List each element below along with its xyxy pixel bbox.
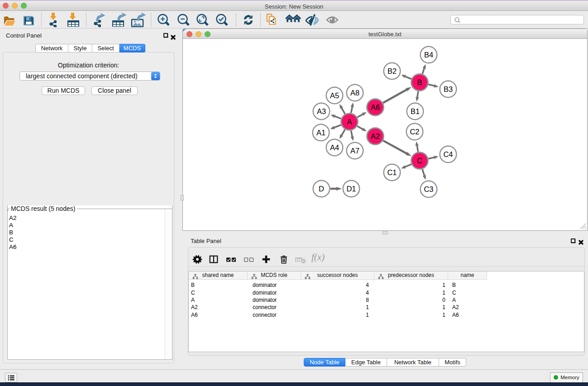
svg-text:C1: C1 — [387, 168, 397, 176]
svg-text:A4: A4 — [330, 143, 339, 152]
svg-text:C4: C4 — [443, 150, 453, 158]
svg-text:A: A — [347, 118, 352, 126]
svg-text:B3: B3 — [444, 85, 453, 93]
svg-text:A7: A7 — [350, 147, 359, 155]
svg-text:A1: A1 — [316, 129, 325, 137]
svg-text:A2: A2 — [371, 132, 380, 140]
svg-text:D: D — [319, 185, 324, 193]
svg-text:A5: A5 — [330, 91, 339, 100]
svg-text:A8: A8 — [350, 89, 359, 97]
svg-text:B4: B4 — [424, 51, 433, 59]
svg-text:B2: B2 — [387, 67, 397, 75]
svg-text:A6: A6 — [371, 103, 380, 111]
svg-text:C: C — [417, 157, 422, 165]
svg-text:C3: C3 — [424, 185, 433, 193]
svg-text:D1: D1 — [346, 185, 356, 193]
svg-text:B1: B1 — [411, 107, 420, 115]
svg-text:B: B — [417, 78, 422, 86]
svg-text:C2: C2 — [410, 128, 419, 136]
svg-text:A3: A3 — [317, 107, 326, 115]
